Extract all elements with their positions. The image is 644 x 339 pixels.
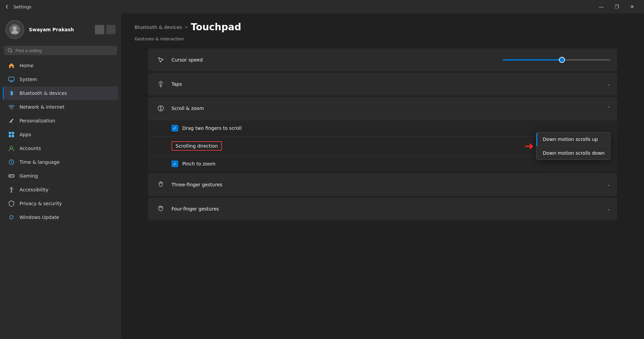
time-icon xyxy=(8,159,15,165)
four-finger-label: Four-finger gestures xyxy=(172,206,604,212)
sidebar-item-bluetooth-label: Bluetooth & devices xyxy=(20,90,67,96)
back-icon[interactable] xyxy=(4,4,10,10)
four-finger-icon xyxy=(155,203,167,215)
content-header: Bluetooth & devices > Touchpad Gestures … xyxy=(121,13,644,47)
drag-scroll-checkbox[interactable]: ✓ xyxy=(172,125,178,131)
scrolling-direction-dropdown[interactable]: Down motion scrolls up Down motion scrol… xyxy=(536,132,610,160)
search-icon xyxy=(7,48,13,53)
maximize-button[interactable]: ❐ xyxy=(609,1,624,12)
sidebar-item-system[interactable]: System xyxy=(3,73,118,86)
update-icon xyxy=(8,214,15,221)
pinch-zoom-checkbox[interactable]: ✓ xyxy=(172,160,178,167)
search-input[interactable] xyxy=(15,48,114,53)
section-label: Gestures & interaction xyxy=(135,36,184,41)
sidebar-item-home-label: Home xyxy=(20,63,33,68)
sidebar-item-home[interactable]: Home xyxy=(3,59,118,72)
sidebar-item-accounts-label: Accounts xyxy=(20,146,41,151)
sidebar-item-personalization-label: Personalization xyxy=(20,118,55,123)
sidebar-item-accounts[interactable]: Accounts xyxy=(3,142,118,155)
personalization-icon xyxy=(8,117,15,124)
avatar[interactable] xyxy=(5,20,24,39)
slider-thumb[interactable] xyxy=(559,57,565,63)
user-profile: Swayam Prakash xyxy=(0,13,121,44)
minimize-button[interactable]: — xyxy=(594,1,609,12)
sidebar-item-apps[interactable]: Apps xyxy=(3,128,118,141)
sidebar-item-privacy[interactable]: Privacy & security xyxy=(3,197,118,210)
svg-rect-2 xyxy=(9,77,14,81)
three-finger-row[interactable]: Three-finger gestures ⌄ xyxy=(148,173,617,196)
sidebar-item-gaming[interactable]: Gaming xyxy=(3,169,118,183)
dropdown-option-down-label: Down motion scrolls down xyxy=(543,150,605,156)
slider-fill xyxy=(503,59,562,61)
breadcrumb: Bluetooth & devices > Touchpad xyxy=(135,22,631,33)
four-finger-row[interactable]: Four-finger gestures ⌄ xyxy=(148,197,617,220)
four-finger-card: Four-finger gestures ⌄ xyxy=(148,197,617,220)
taps-card: Taps ⌄ xyxy=(148,73,617,96)
cursor-speed-control xyxy=(503,59,610,61)
svg-point-16 xyxy=(13,176,13,177)
scrolling-direction-label-box: Scrolling direction xyxy=(172,141,222,151)
page-title: Touchpad xyxy=(191,22,241,33)
dropdown-option-up-label: Down motion scrolls up xyxy=(543,137,598,142)
settings-list: Cursor speed xyxy=(121,48,644,220)
dropdown-option-down[interactable]: Down motion scrolls down xyxy=(536,146,610,160)
dropdown-option-up[interactable]: Down motion scrolls up xyxy=(536,133,610,146)
network-icon xyxy=(8,104,15,110)
sidebar-item-bluetooth[interactable]: Bluetooth & devices xyxy=(3,86,118,100)
taps-icon xyxy=(155,78,167,90)
sidebar-item-update-label: Windows Update xyxy=(20,215,59,220)
pinch-zoom-check: ✓ xyxy=(173,161,177,166)
red-arrow-annotation: ➜ xyxy=(525,140,534,152)
breadcrumb-link[interactable]: Bluetooth & devices xyxy=(135,25,182,30)
breadcrumb-separator: > xyxy=(185,25,188,30)
svg-rect-6 xyxy=(9,132,11,134)
accessibility-icon xyxy=(8,186,15,193)
sidebar-item-update[interactable]: Windows Update xyxy=(3,211,118,224)
sidebar-item-accessibility-label: Accessibility xyxy=(20,187,48,192)
main-layout: Swayam Prakash Home xyxy=(0,13,644,339)
sidebar-item-personalization[interactable]: Personalization xyxy=(3,114,118,127)
sidebar-item-accessibility[interactable]: Accessibility xyxy=(3,183,118,196)
sidebar-item-network-label: Network & internet xyxy=(20,104,65,110)
bluetooth-icon xyxy=(8,90,15,97)
cursor-speed-slider[interactable] xyxy=(503,59,610,61)
svg-rect-9 xyxy=(12,135,14,137)
scrolling-direction-label: Scrolling direction xyxy=(176,143,218,149)
gaming-icon xyxy=(8,173,15,179)
three-finger-icon xyxy=(155,179,167,191)
taps-control: ⌄ xyxy=(604,82,610,86)
scroll-zoom-control: ⌃ xyxy=(604,106,610,111)
window-controls: — ❐ ✕ xyxy=(594,1,640,12)
taps-row[interactable]: Taps ⌄ xyxy=(148,73,617,96)
user-name: Swayam Prakash xyxy=(29,27,74,32)
avatar-icon xyxy=(9,24,20,35)
avatar-extras xyxy=(95,25,116,34)
cursor-speed-label: Cursor speed xyxy=(172,57,503,63)
taps-label: Taps xyxy=(172,81,604,87)
pinch-zoom-label: Pinch to zoom xyxy=(182,161,610,166)
sidebar: Swayam Prakash Home xyxy=(0,13,121,339)
four-finger-control: ⌄ xyxy=(604,206,610,211)
avatar-extra-1[interactable] xyxy=(95,25,104,34)
sidebar-item-time[interactable]: Time & language xyxy=(3,155,118,169)
svg-rect-7 xyxy=(12,132,14,134)
apps-icon xyxy=(8,131,15,138)
taps-chevron: ⌄ xyxy=(607,82,610,86)
scroll-zoom-row[interactable]: Scroll & zoom ⌃ xyxy=(148,97,617,120)
sidebar-item-apps-label: Apps xyxy=(20,132,31,137)
three-finger-label: Three-finger gestures xyxy=(172,182,604,187)
close-button[interactable]: ✕ xyxy=(624,1,640,12)
three-finger-chevron: ⌄ xyxy=(607,182,610,187)
four-finger-chevron: ⌄ xyxy=(607,206,610,211)
home-icon xyxy=(8,62,15,69)
sidebar-nav: Home System xyxy=(0,59,121,224)
scroll-zoom-chevron: ⌃ xyxy=(607,106,610,111)
search-box[interactable] xyxy=(4,46,117,55)
svg-rect-8 xyxy=(9,135,11,137)
scroll-zoom-label: Scroll & zoom xyxy=(172,106,604,111)
avatar-extra-2[interactable] xyxy=(106,25,116,34)
svg-point-0 xyxy=(13,26,17,30)
svg-point-5 xyxy=(11,109,12,110)
sidebar-item-gaming-label: Gaming xyxy=(20,173,38,179)
sidebar-item-network[interactable]: Network & internet xyxy=(3,100,118,114)
